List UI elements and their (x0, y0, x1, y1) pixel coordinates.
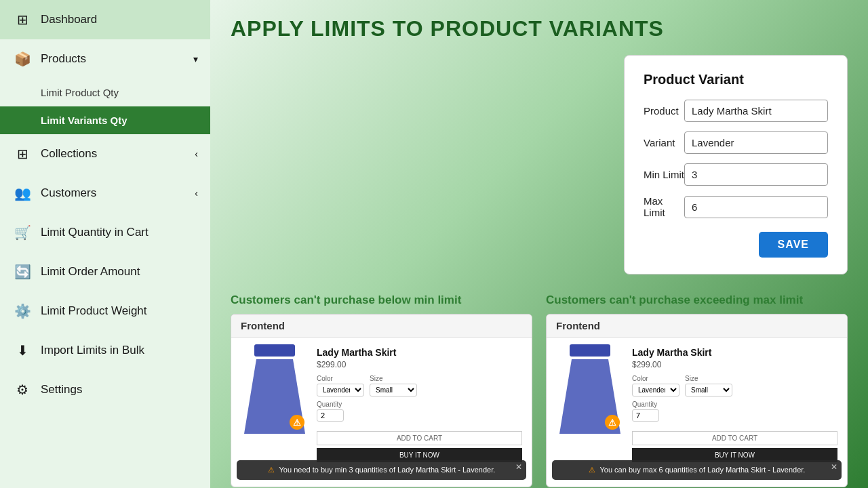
sidebar-item-limit-product-qty[interactable]: Limit Product Qty (0, 79, 210, 106)
order-icon: 🔄 (12, 262, 33, 282)
warning-badge-min: ⚠ (290, 415, 304, 430)
size-select-min[interactable]: Small (370, 384, 417, 396)
chevron-left-icon: ‹ (195, 148, 198, 159)
product-row: Product (644, 100, 828, 122)
sidebar-label-import-limits: Import Limits in Bulk (41, 344, 144, 357)
sidebar-item-settings[interactable]: ⚙ Settings (0, 370, 210, 409)
sidebar-label-limit-product-weight: Limit Product Weight (41, 304, 147, 318)
sidebar-label-dashboard: Dashboard (41, 13, 97, 26)
customers-icon: 👥 (12, 183, 33, 203)
prod-name-min: Lady Martha Skirt (317, 347, 522, 358)
sidebar-item-import-limits[interactable]: ⬇ Import Limits in Bulk (0, 331, 210, 370)
sidebar-label-limit-order-amount: Limit Order Amount (41, 265, 140, 279)
page-title: APPLY LIMITS TO PRODUCT VARIANTS (231, 16, 848, 41)
warn-icon-max: ⚠ (589, 466, 595, 474)
color-label-min: Color (317, 375, 364, 382)
close-tooltip-min[interactable]: ✕ (515, 462, 522, 472)
collections-icon: ⊞ (12, 144, 33, 164)
add-to-cart-btn-max[interactable]: ADD TO CART (632, 431, 837, 445)
size-select-max[interactable]: Small (685, 384, 732, 396)
tooltip-max-text: You can buy max 6 quantities of Lady Mar… (599, 466, 805, 474)
color-select-max[interactable]: Lavender (632, 384, 679, 396)
products-icon: 📦 (12, 49, 33, 69)
demo-min-box: Customers can't purchase below min limit… (231, 293, 532, 487)
sidebar-item-customers[interactable]: 👥 Customers ‹ (0, 174, 210, 213)
tooltip-max: ✕ ⚠ You can buy max 6 quantities of Lady… (552, 460, 842, 480)
add-to-cart-btn-min[interactable]: ADD TO CART (317, 431, 522, 445)
sidebar-item-limit-variants-qty[interactable]: Limit Variants Qty (0, 106, 210, 134)
prod-price-min: $299.00 (317, 360, 522, 369)
product-label: Product (644, 105, 684, 117)
chevron-down-icon: ▾ (193, 54, 198, 64)
product-details-max: Lady Martha Skirt $299.00 Color Lavender… (632, 347, 837, 462)
demo-max-body: ⚠ Lady Martha Skirt $299.00 Color Lavend… (547, 338, 847, 487)
demo-min-card: Frontend ⚠ Lady Martha Skirt $299.00 Col… (231, 314, 532, 487)
demo-section: Customers can't purchase below min limit… (231, 293, 848, 487)
skirt-top-max (570, 344, 610, 357)
size-label-max: Size (685, 375, 732, 382)
sidebar-item-collections[interactable]: ⊞ Collections ‹ (0, 134, 210, 174)
dashboard-icon: ⊞ (12, 9, 33, 30)
sidebar-label-settings: Settings (41, 383, 82, 396)
demo-min-frontend-label: Frontend (231, 314, 532, 338)
product-details-min: Lady Martha Skirt $299.00 Color Lavender… (317, 347, 522, 462)
sidebar-label-customers: Customers (41, 186, 96, 200)
max-limit-label: Max Limit (644, 195, 684, 218)
sidebar-item-limit-qty-cart[interactable]: 🛒 Limit Quantity in Cart (0, 213, 210, 252)
weight-icon: ⚙️ (12, 301, 33, 321)
sidebar-item-dashboard[interactable]: ⊞ Dashboard (0, 0, 210, 39)
sidebar-label-limit-qty-cart: Limit Quantity in Cart (41, 226, 149, 239)
cart-icon: 🛒 (12, 222, 33, 243)
qty-label-max: Quantity (632, 401, 837, 408)
variant-input[interactable] (684, 131, 828, 154)
tooltip-min: ✕ ⚠ You need to buy min 3 quantities of … (237, 460, 526, 480)
main-content: APPLY LIMITS TO PRODUCT VARIANTS Product… (210, 0, 868, 488)
close-tooltip-max[interactable]: ✕ (831, 462, 837, 472)
size-label-min: Size (370, 375, 417, 382)
sidebar-item-limit-product-weight[interactable]: ⚙️ Limit Product Weight (0, 291, 210, 331)
qty-input-min[interactable] (317, 409, 344, 422)
qty-input-max[interactable] (632, 409, 659, 422)
skirt-image-max: ⚠ (556, 347, 624, 434)
qty-label-min: Quantity (317, 401, 522, 408)
demo-max-label: Customers can't purchase exceeding max l… (546, 293, 848, 307)
prod-price-max: $299.00 (632, 360, 837, 369)
color-label-max: Color (632, 375, 679, 382)
demo-min-body: ⚠ Lady Martha Skirt $299.00 Color Lavend… (231, 338, 532, 487)
variant-card: Product Variant Product Variant Min Limi… (624, 55, 848, 274)
demo-max-frontend-label: Frontend (547, 314, 847, 338)
import-icon: ⬇ (12, 340, 33, 361)
warning-badge-max: ⚠ (605, 415, 620, 430)
color-select-min[interactable]: Lavender (317, 384, 364, 396)
demo-max-box: Customers can't purchase exceeding max l… (546, 293, 848, 487)
product-input[interactable] (684, 100, 828, 122)
skirt-image-min: ⚠ (241, 347, 309, 434)
save-button[interactable]: SAVE (759, 232, 828, 258)
warn-icon-min: ⚠ (268, 466, 275, 474)
variant-card-heading: Product Variant (644, 72, 828, 87)
min-limit-input[interactable] (684, 163, 828, 186)
settings-icon: ⚙ (12, 380, 33, 400)
demo-max-card: Frontend ⚠ Lady Martha Skirt $299.00 Col… (546, 314, 848, 487)
max-limit-row: Max Limit (644, 195, 828, 218)
sidebar-label-products: Products (41, 52, 86, 66)
min-limit-row: Min Limit (644, 163, 828, 186)
prod-name-max: Lady Martha Skirt (632, 347, 837, 358)
variant-label: Variant (644, 137, 684, 148)
sidebar-item-limit-order-amount[interactable]: 🔄 Limit Order Amount (0, 252, 210, 291)
tooltip-min-text: You need to buy min 3 quantities of Lady… (279, 466, 496, 474)
chevron-left-icon2: ‹ (195, 188, 198, 199)
max-limit-input[interactable] (684, 196, 828, 218)
sidebar-label-collections: Collections (41, 147, 97, 161)
sidebar: ⊞ Dashboard 📦 Products ▾ Limit Product Q… (0, 0, 210, 488)
sidebar-item-products[interactable]: 📦 Products ▾ (0, 39, 210, 79)
demo-min-label: Customers can't purchase below min limit (231, 293, 532, 307)
skirt-top-min (254, 344, 295, 357)
min-limit-label: Min Limit (644, 169, 684, 180)
variant-row: Variant (644, 131, 828, 154)
